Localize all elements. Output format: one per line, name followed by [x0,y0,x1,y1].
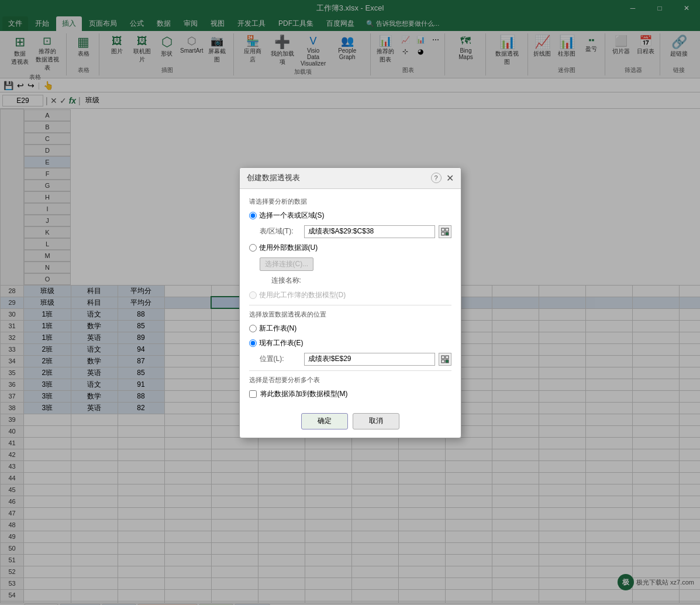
dialog-close-button[interactable]: ✕ [446,173,454,184]
svg-rect-7 [446,360,449,363]
dialog-ok-button[interactable]: 确定 [301,413,348,429]
section-separator-1 [249,305,451,305]
create-pivot-table-dialog: 创建数据透视表 ? ✕ 请选择要分析的数据 选择一个表或区域(S) 表/区域(T… [239,167,461,438]
radio-external-label[interactable]: 使用外部数据源(U) [249,243,318,253]
location-picker-icon [441,355,449,363]
location-input[interactable] [304,353,435,366]
radio-model-row: 使用此工作簿的数据模型(D) [249,290,451,300]
radio-existing-sheet[interactable] [249,339,257,347]
svg-rect-6 [442,360,444,363]
radio-new-sheet-label[interactable]: 新工作表(N) [249,324,297,334]
conn-name-row: 连接名称: [260,276,451,286]
range-picker-button[interactable] [439,225,451,238]
dialog-title-bar: 创建数据透视表 ? ✕ [240,168,461,189]
dialog-body: 请选择要分析的数据 选择一个表或区域(S) 表/区域(T): [240,189,461,407]
dialog-cancel-button[interactable]: 取消 [353,413,399,429]
radio-new-sheet[interactable] [249,325,257,332]
location-row: 位置(L): [260,353,451,366]
svg-rect-5 [446,356,449,359]
select-conn-row: 选择连接(C)... [260,257,451,271]
svg-rect-1 [446,228,449,231]
dialog-title-actions: ? ✕ [431,173,454,184]
svg-rect-4 [442,356,444,359]
dialog-help-button[interactable]: ? [431,173,442,183]
radio-select-table-row: 选择一个表或区域(S) [249,211,451,221]
range-row: 表/区域(T): [260,225,451,238]
radio-select-table[interactable] [249,212,257,219]
range-picker-icon [441,228,449,236]
section-separator-2 [249,370,451,371]
radio-existing-sheet-label[interactable]: 现有工作表(E) [249,338,304,348]
location-label: 位置(L): [260,354,301,364]
select-connection-button[interactable]: 选择连接(C)... [260,257,314,271]
range-label: 表/区域(T): [260,226,301,236]
dialog-section3-title: 选择是否想要分析多个表 [249,376,451,384]
dialog-footer: 确定 取消 [240,407,461,438]
svg-rect-0 [442,228,444,231]
svg-rect-2 [442,232,444,235]
add-to-model-label[interactable]: 将此数据添加到数据模型(M) [260,389,348,399]
radio-external[interactable] [249,244,257,252]
dialog-section2-title: 选择放置数据透视表的位置 [249,310,451,319]
radio-new-sheet-row: 新工作表(N) [249,324,451,334]
dialog-section1-title: 请选择要分析的数据 [249,197,451,206]
radio-external-row: 使用外部数据源(U) [249,243,451,253]
dialog-overlay: 创建数据透视表 ? ✕ 请选择要分析的数据 选择一个表或区域(S) 表/区域(T… [0,0,700,605]
radio-existing-sheet-row: 现有工作表(E) [249,338,451,348]
checkbox-add-model-row: 将此数据添加到数据模型(M) [249,389,451,399]
radio-data-model-label[interactable]: 使用此工作簿的数据模型(D) [249,290,346,300]
range-input[interactable] [304,225,435,238]
location-picker-button[interactable] [439,353,451,366]
radio-select-table-label[interactable]: 选择一个表或区域(S) [249,211,325,221]
svg-rect-3 [446,232,449,235]
conn-name-label: 连接名称: [271,276,312,286]
radio-data-model[interactable] [249,291,257,299]
add-to-model-checkbox[interactable] [249,390,257,398]
dialog-title: 创建数据透视表 [247,173,300,183]
